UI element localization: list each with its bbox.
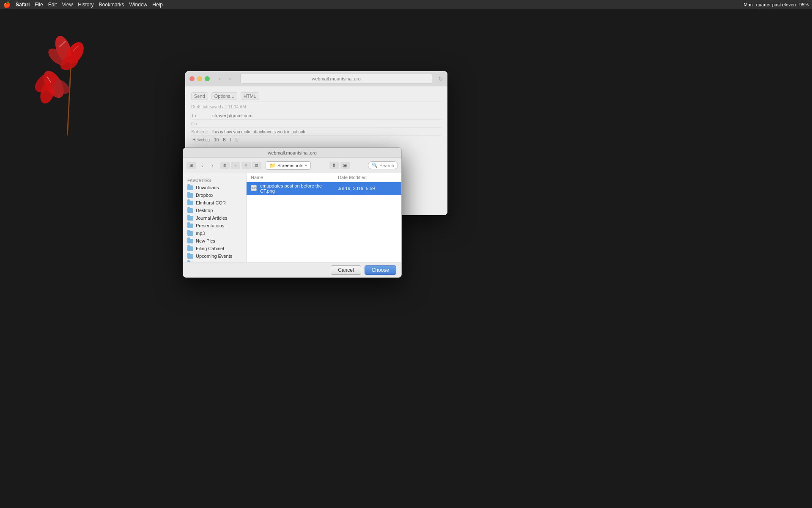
sidebar-item-newpics[interactable]: New Pics	[183, 237, 246, 245]
sidebar-item-journal[interactable]: Journal Articles	[183, 214, 246, 222]
app-name[interactable]: Safari	[16, 2, 30, 8]
menu-view[interactable]: View	[62, 2, 73, 8]
current-folder: Screenshots	[277, 163, 303, 168]
menu-window[interactable]: Window	[129, 2, 148, 8]
folder-icon-small: 📁	[269, 163, 276, 168]
search-placeholder: Search	[379, 163, 394, 168]
menu-time-detail: quarter past eleven	[756, 2, 796, 7]
sidebar-section-label: Favorites	[183, 177, 246, 184]
folder-icon	[187, 208, 193, 213]
sidebar-label: Medical To Consume	[196, 261, 239, 262]
cancel-button[interactable]: Cancel	[331, 265, 361, 275]
dialog-sidebar: Favorites Downloads Dropbox Elmhurst CQR…	[183, 173, 247, 262]
menubar: 🍎 Safari File Edit View History Bookmark…	[0, 0, 812, 9]
folder-icon	[187, 193, 193, 198]
icon-view-button[interactable]: ⊞	[220, 162, 230, 169]
file-list-header: Name Date Modified	[247, 173, 401, 182]
search-icon: 🔍	[372, 163, 378, 168]
choose-button[interactable]: Choose	[365, 265, 396, 275]
column-date: Date Modified	[338, 175, 397, 180]
dialog-back-button[interactable]: ‹	[198, 162, 206, 169]
sidebar-item-dropbox[interactable]: Dropbox	[183, 191, 246, 199]
sidebar-label: Elmhurst CQR	[196, 200, 226, 205]
menu-time: Mon	[743, 2, 752, 7]
folder-icon	[187, 216, 193, 221]
folder-icon	[187, 231, 193, 236]
sidebar-item-upcoming[interactable]: Upcoming Events	[183, 252, 246, 260]
folder-icon	[187, 246, 193, 251]
sidebar-label: Journal Articles	[196, 215, 228, 221]
sidebar-label: New Pics	[196, 238, 215, 243]
sidebar-label: mp3	[196, 231, 205, 236]
list-view-button-2[interactable]: ≡	[231, 162, 240, 169]
dialog-titlebar: webmail.mountsinai.org	[183, 148, 401, 158]
sidebar-item-desktop[interactable]: Desktop	[183, 207, 246, 214]
decorative-flower	[21, 25, 106, 135]
folder-icon	[187, 185, 193, 190]
action-button[interactable]: ◉	[340, 162, 350, 169]
share-button[interactable]: ⬆	[329, 162, 339, 169]
menu-file[interactable]: File	[35, 2, 43, 8]
sidebar-label: Presentations	[196, 223, 224, 228]
sidebar-label: Upcoming Events	[196, 254, 232, 259]
sidebar-item-medical[interactable]: Medical To Consume	[183, 260, 246, 262]
chevron-down-icon: ▾	[305, 163, 307, 168]
sidebar-item-downloads[interactable]: Downloads	[183, 184, 246, 191]
column-name: Name	[251, 175, 338, 180]
sidebar-item-mp3[interactable]: mp3	[183, 229, 246, 237]
gallery-view-button[interactable]: ⊟	[252, 162, 261, 169]
sidebar-item-filing[interactable]: Filing Cabinet	[183, 245, 246, 252]
file-date: Jul 19, 2016, 5:59	[338, 186, 397, 191]
dialog-main: Name Date Modified PNG emupdates post on…	[247, 173, 401, 262]
file-name: emupdates post on before the CT.png	[260, 183, 338, 193]
sidebar-label: Downloads	[196, 185, 219, 190]
sidebar-label: Dropbox	[196, 193, 214, 198]
dialog-footer: Cancel Choose	[183, 262, 401, 277]
menu-help[interactable]: Help	[152, 2, 163, 8]
menubar-right: Mon quarter past eleven 95%	[743, 2, 809, 7]
dialog-body: Favorites Downloads Dropbox Elmhurst CQR…	[183, 173, 401, 262]
column-view-button[interactable]: ⫴	[241, 162, 251, 169]
apple-menu[interactable]: 🍎	[3, 1, 11, 8]
file-item[interactable]: PNG emupdates post on before the CT.png …	[247, 182, 401, 195]
folder-icon	[187, 201, 193, 205]
dialog-forward-button[interactable]: ›	[208, 162, 216, 169]
folder-icon	[187, 224, 193, 228]
list-view-button[interactable]: ⊞	[187, 162, 196, 169]
sidebar-item-presentations[interactable]: Presentations	[183, 222, 246, 229]
search-box[interactable]: 🔍 Search	[368, 161, 398, 169]
dialog-toolbar: ⊞ ‹ › ⊞ ≡ ⫴ ⊟ 📁 Screenshots ▾ ⬆ ◉ 🔍 Sear…	[183, 158, 401, 173]
sidebar-label: Filing Cabinet	[196, 246, 224, 251]
menu-edit[interactable]: Edit	[48, 2, 57, 8]
folder-selector[interactable]: 📁 Screenshots ▾	[266, 161, 311, 170]
menu-battery: 95%	[799, 2, 809, 7]
file-dialog: webmail.mountsinai.org ⊞ ‹ › ⊞ ≡ ⫴ ⊟ 📁 S…	[183, 147, 402, 278]
menu-bookmarks[interactable]: Bookmarks	[99, 2, 124, 8]
folder-icon	[187, 254, 193, 259]
png-icon: PNG	[251, 185, 257, 191]
folder-icon	[187, 262, 193, 262]
sidebar-label: Desktop	[196, 208, 213, 213]
menu-history[interactable]: History	[78, 2, 93, 8]
sidebar-item-elmhurst[interactable]: Elmhurst CQR	[183, 199, 246, 207]
file-icon: PNG	[251, 185, 258, 192]
folder-icon	[187, 239, 193, 243]
